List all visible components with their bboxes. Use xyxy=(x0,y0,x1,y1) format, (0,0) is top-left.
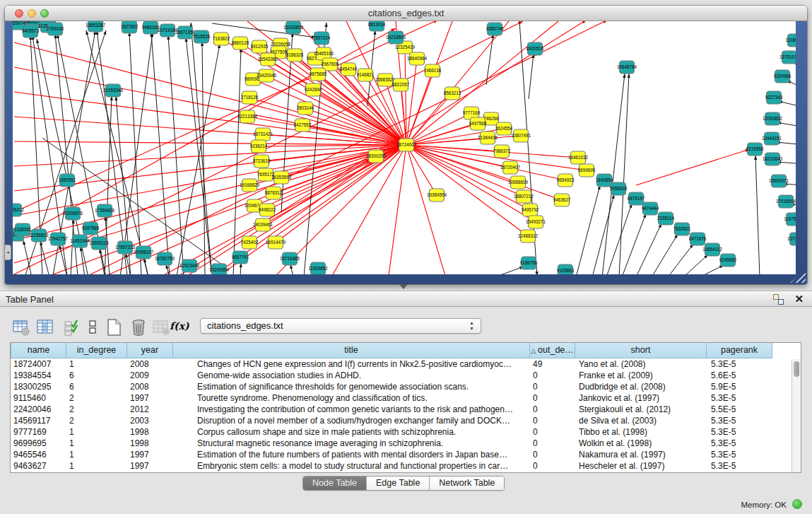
table-row[interactable]: 977716911998Corpus callosum shape and si… xyxy=(11,426,801,438)
table-row[interactable]: 969969511998Structural magnetic resonanc… xyxy=(11,438,801,449)
float-panel-icon[interactable] xyxy=(773,294,784,305)
tab-network-table[interactable]: Network Table xyxy=(430,477,504,490)
graph-node[interactable]: 9245652 xyxy=(719,254,737,267)
graph-node[interactable]: 9474444 xyxy=(642,202,659,215)
graph-node[interactable]: 16958107 xyxy=(134,246,154,259)
graph-node[interactable]: 15493271 xyxy=(526,216,546,228)
graph-node[interactable]: 7425402 xyxy=(241,236,259,249)
table-row[interactable]: 2242004622012Investigating the contribut… xyxy=(11,404,801,415)
graph-node[interactable]: 16648784 xyxy=(617,61,637,74)
graph-node[interactable]: 8723618 xyxy=(253,155,271,168)
select-rows-check-icon[interactable] xyxy=(62,317,82,337)
table-row[interactable]: 911546021997Tourette syndrome. Phenomeno… xyxy=(11,392,801,404)
graph-node[interactable]: 11675312 xyxy=(784,213,796,226)
graph-node[interactable]: 17942757 xyxy=(48,233,69,245)
graph-node[interactable]: 9699695 xyxy=(578,164,596,177)
graph-node[interactable]: 19218506 xyxy=(386,31,406,44)
graph-node[interactable]: 17016504 xyxy=(776,195,796,208)
graph-node[interactable]: 1650551 xyxy=(59,174,76,187)
graph-node[interactable]: 2769140 xyxy=(47,23,64,35)
graph-node[interactable]: 19384554 xyxy=(427,189,447,201)
graph-node[interactable]: 9397588 xyxy=(82,222,100,235)
graph-node[interactable]: 9105663 xyxy=(557,264,575,274)
graph-node[interactable]: 21364436 xyxy=(478,132,498,144)
graph-node[interactable]: 13505115 xyxy=(89,237,109,250)
table-settings-icon[interactable] xyxy=(11,317,31,337)
graph-node[interactable]: 12488312 xyxy=(518,230,539,243)
graph-node[interactable]: 9329966 xyxy=(774,70,792,83)
graph-node[interactable]: 8563213 xyxy=(444,87,461,100)
merge-rows-icon[interactable] xyxy=(83,317,103,337)
graph-node[interactable]: 10200954 xyxy=(209,264,230,274)
graph-node[interactable]: 18724007 xyxy=(396,139,417,151)
graph-node[interactable]: 23420046 xyxy=(257,69,277,82)
close-panel-icon[interactable]: ✕ xyxy=(794,293,804,305)
column-header-out_de[interactable]: △out_de… xyxy=(530,343,575,358)
graph-node[interactable]: 9405573 xyxy=(22,25,40,37)
graph-node[interactable]: 16914479 xyxy=(266,236,286,249)
graph-node[interactable]: 9657791 xyxy=(232,251,249,264)
graph-node[interactable]: 10654112 xyxy=(702,243,722,256)
graph-node[interactable]: 8920516 xyxy=(526,42,544,55)
graph-node[interactable]: 8186328 xyxy=(286,49,304,62)
graph-node[interactable]: 18720407 xyxy=(500,161,521,174)
graph-node[interactable]: 16782759 xyxy=(155,252,175,265)
graph-node[interactable]: 8427552 xyxy=(294,119,312,132)
graph-node[interactable]: 9654923 xyxy=(557,174,575,187)
table-row[interactable]: 946362711997Embryonic stem cells: a mode… xyxy=(11,460,801,472)
graph-node[interactable]: 12093832 xyxy=(763,112,783,125)
column-header-in_degree[interactable]: in_degree xyxy=(66,343,127,358)
graph-node[interactable]: 7632621 xyxy=(673,223,691,235)
tab-node-table[interactable]: Node Table xyxy=(303,477,367,490)
graph-node[interactable]: 9463627 xyxy=(553,194,571,206)
graph-node[interactable]: 11451944 xyxy=(70,235,90,247)
graph-node[interactable]: 16033809 xyxy=(283,21,304,34)
graph-node[interactable]: 6497568 xyxy=(469,117,487,130)
select-columns-icon[interactable] xyxy=(35,317,55,337)
graph-node[interactable]: 1527602 xyxy=(121,21,139,33)
graph-node[interactable]: 18640964 xyxy=(407,52,428,65)
graph-node[interactable]: 8813034 xyxy=(368,21,386,31)
graph-node[interactable]: 14039461 xyxy=(253,218,273,231)
graph-node[interactable]: 20206576 xyxy=(63,207,83,220)
graph-node[interactable]: 2803144 xyxy=(297,102,314,115)
graph-node[interactable]: 18300295 xyxy=(366,150,387,163)
table-row[interactable]: 1938455462009Genome-wide association stu… xyxy=(11,370,801,381)
graph-node[interactable]: 16353593 xyxy=(271,171,292,184)
table-row[interactable]: 946554611997Estimation of the future num… xyxy=(11,449,801,460)
table-row[interactable]: 1456911722003Disruption of a novel membe… xyxy=(11,415,801,426)
window-title-bar[interactable]: citations_edges.txt xyxy=(5,6,807,21)
table-row[interactable]: 1872400712008Changes of HCN gene express… xyxy=(11,358,801,370)
graph-node[interactable]: 9227343 xyxy=(765,91,783,104)
graph-node[interactable]: 7163822 xyxy=(213,33,230,45)
column-header-title[interactable]: title xyxy=(173,343,530,358)
graph-node[interactable]: 2935114 xyxy=(657,212,675,225)
graph-node[interactable]: 10739373 xyxy=(787,233,796,245)
trash-icon[interactable] xyxy=(129,317,148,337)
graph-node[interactable]: 9356746 xyxy=(486,23,504,35)
graph-node[interactable]: 9875685 xyxy=(310,68,327,81)
graph-node[interactable]: 9186756 xyxy=(520,257,538,269)
graph-node[interactable]: 16461032 xyxy=(568,151,589,164)
graph-node[interactable]: 15716485 xyxy=(280,252,300,265)
graph-node[interactable]: 1966138 xyxy=(424,64,442,77)
graph-node[interactable]: 18731421 xyxy=(253,128,273,141)
scrollbar-thumb[interactable] xyxy=(794,361,799,377)
function-builder-icon[interactable]: f(x) xyxy=(170,320,189,332)
graph-node[interactable]: 8878312 xyxy=(265,187,283,199)
graph-node[interactable]: 21053346 xyxy=(103,84,124,97)
graph-node[interactable]: 6879197 xyxy=(628,192,645,205)
graph-node[interactable]: 11920852 xyxy=(308,262,328,274)
graph-node[interactable]: 16543382 xyxy=(258,53,278,66)
column-header-name[interactable]: name xyxy=(11,343,66,358)
graph-node[interactable]: 8860128 xyxy=(232,37,249,49)
column-header-year[interactable]: year xyxy=(127,343,173,358)
citation-network-graph[interactable]: 1872400718300295193845549777169746266649… xyxy=(13,21,796,274)
divider-grip-icon[interactable] xyxy=(399,284,408,289)
graph-node[interactable]: 9495792 xyxy=(522,204,539,216)
graph-node[interactable]: 10807491 xyxy=(511,129,531,142)
graph-node[interactable]: 7986372 xyxy=(493,145,511,158)
graph-node[interactable]: 10688609 xyxy=(508,176,529,189)
table-row[interactable]: 1830029562008Estimation of significance … xyxy=(11,381,801,392)
graph-node[interactable]: 16210643 xyxy=(763,153,783,165)
